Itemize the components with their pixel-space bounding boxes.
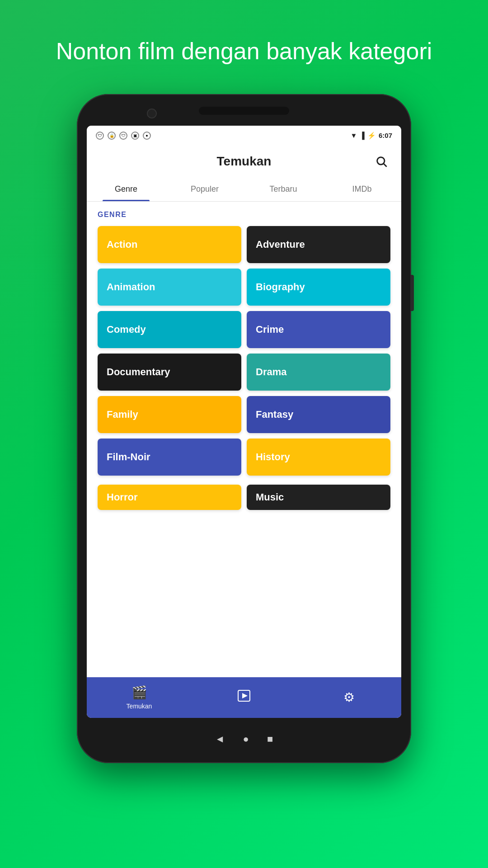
phone-body: 🛡 🔒 🛡 ▣ ● ▼ ▐ ⚡ 6:07 Temukan [77,94,411,763]
genre-family[interactable]: Family [98,396,241,433]
phone-device: 🛡 🔒 🛡 ▣ ● ▼ ▐ ⚡ 6:07 Temukan [77,94,411,763]
genre-biography[interactable]: Biography [247,269,390,306]
home-button[interactable]: ● [243,733,249,745]
battery-icon: ⚡ [367,132,376,140]
genre-film-noir[interactable]: Film-Noir [98,439,241,476]
search-button[interactable] [372,152,390,170]
genre-comedy[interactable]: Comedy [98,311,241,348]
nav-play[interactable] [192,685,296,710]
recent-button[interactable]: ■ [267,733,273,745]
svg-line-1 [384,164,386,166]
shield1-icon: 🛡 [96,132,104,140]
circle-icon: ● [143,132,151,140]
home-bar: ◄ ● ■ [215,733,273,745]
settings-icon: ⚙ [343,690,355,705]
genre-action[interactable]: Action [98,226,241,263]
back-button[interactable]: ◄ [215,733,225,745]
phone-speaker [199,107,289,115]
search-icon [375,155,388,168]
signal-icon: ▐ [360,132,365,139]
status-bar: 🛡 🔒 🛡 ▣ ● ▼ ▐ ⚡ 6:07 [87,126,401,146]
tab-populer[interactable]: Populer [165,177,244,201]
play-icon [238,689,250,705]
time-display: 6:07 [379,132,392,139]
genre-section-label: GENRE [87,202,401,226]
genre-crime[interactable]: Crime [247,311,390,348]
genre-horror[interactable]: Horror [98,485,241,510]
svg-marker-3 [242,693,248,698]
page-title-banner: Nonton film dengan banyak kategori [29,0,460,94]
tab-terbaru[interactable]: Terbaru [244,177,323,201]
genre-adventure[interactable]: Adventure [247,226,390,263]
shield2-icon: 🔒 [108,132,116,140]
tab-genre[interactable]: Genre [87,177,165,201]
status-icons-left: 🛡 🔒 🛡 ▣ ● [96,132,151,140]
nav-temukan-label: Temukan [127,703,152,710]
phone-camera [147,108,157,118]
tab-imdb[interactable]: IMDb [323,177,401,201]
bottom-nav: 🎬 Temukan ⚙ [87,677,401,718]
shield3-icon: 🛡 [119,132,127,140]
nav-temukan[interactable]: 🎬 Temukan [87,680,192,714]
app-bar: Temukan [87,146,401,177]
phone-side-button[interactable] [410,275,414,311]
wifi-icon: ▼ [350,132,357,139]
nav-settings[interactable]: ⚙ [296,685,401,709]
genre-grid: Action Adventure Animation Biography Com… [87,226,401,485]
sim-icon: ▣ [131,132,139,140]
status-icons-right: ▼ ▐ ⚡ 6:07 [350,132,392,140]
genre-partial-row: Horror Music [87,485,401,510]
app-title: Temukan [116,154,372,169]
temukan-icon: 🎬 [131,685,147,700]
genre-documentary[interactable]: Documentary [98,354,241,391]
genre-section: GENRE Action Adventure Animation Biograp… [87,202,401,677]
svg-point-0 [377,157,385,164]
genre-history[interactable]: History [247,439,390,476]
genre-music[interactable]: Music [247,485,390,510]
phone-screen: 🛡 🔒 🛡 ▣ ● ▼ ▐ ⚡ 6:07 Temukan [87,126,401,718]
headline-text: Nonton film dengan banyak kategori [56,38,432,64]
genre-drama[interactable]: Drama [247,354,390,391]
tabs-bar: Genre Populer Terbaru IMDb [87,177,401,202]
genre-fantasy[interactable]: Fantasy [247,396,390,433]
genre-animation[interactable]: Animation [98,269,241,306]
